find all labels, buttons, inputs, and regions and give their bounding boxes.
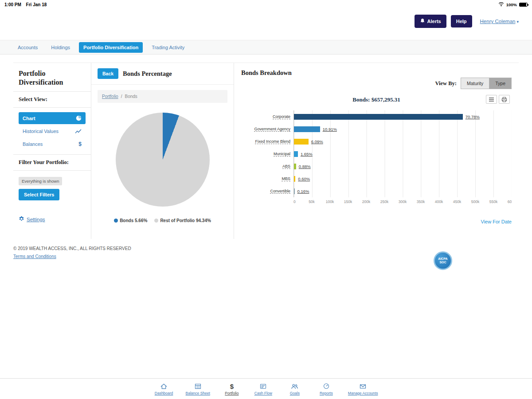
alerts-button[interactable]: Alerts — [415, 15, 446, 28]
breakdown-title: Bonds Breakdown — [241, 69, 512, 77]
bar-category-link[interactable]: Municipal — [274, 152, 290, 156]
gear-icon — [19, 215, 24, 223]
bar-category-link[interactable]: Corporate — [273, 114, 290, 119]
bottom-nav-label: Reports — [320, 391, 333, 395]
bottom-nav-manage-accounts[interactable]: Manage Accounts — [348, 383, 378, 395]
view-item-balances[interactable]: Balances$ — [19, 138, 86, 150]
bar-segment-convertible[interactable] — [294, 188, 295, 194]
legend-item-bonds[interactable]: Bonds 5.66% — [114, 218, 147, 223]
bar-value-label[interactable]: 10.91% — [323, 127, 337, 132]
tab-trading-activity[interactable]: Trading Activity — [147, 42, 189, 53]
status-left: 1:00 PM Fri Jan 18 — [4, 2, 50, 7]
dollar-icon: $ — [78, 141, 82, 147]
header-actions: Alerts Help Henry Coleman▾ — [415, 15, 519, 28]
bottom-nav-balance-sheet[interactable]: Balance Sheet — [186, 383, 210, 395]
select-filters-button[interactable]: Select Filters — [19, 189, 59, 200]
settings-link[interactable]: Settings — [27, 217, 45, 222]
bar-value-label[interactable]: 0.16% — [297, 189, 309, 194]
home-icon — [160, 383, 168, 390]
bottom-nav-cash-flow[interactable]: Cash Flow — [254, 383, 273, 395]
pie-panel-title: Bonds Percentage — [123, 70, 172, 78]
bottom-nav-label: Balance Sheet — [186, 391, 210, 395]
tab-accounts[interactable]: Accounts — [13, 42, 42, 53]
tab-holdings[interactable]: Holdings — [47, 42, 74, 53]
sidebar: Portfolio Diversification Select View: C… — [13, 63, 91, 239]
x-axis-tick: 150k — [344, 200, 352, 204]
chart-menu-icon[interactable] — [486, 95, 497, 104]
status-date: Fri Jan 18 — [26, 2, 47, 7]
bar-value-label[interactable]: 70.78% — [466, 114, 480, 119]
user-menu[interactable]: Henry Coleman▾ — [480, 19, 519, 24]
view-by-maturity[interactable]: Maturity — [461, 78, 489, 89]
view-item-historical-values[interactable]: Historical Values — [19, 125, 86, 137]
bar-category-label-government-agency: Government Agency — [241, 123, 293, 135]
x-axis-tick: 250k — [380, 200, 388, 204]
view-by-label: View By: — [435, 80, 457, 87]
bar-category-labels: CorporateGovernment AgencyFixed Income B… — [241, 110, 293, 206]
help-button[interactable]: Help — [451, 15, 472, 27]
bottom-nav-dashboard[interactable]: Dashboard — [154, 383, 174, 395]
bar-value-label[interactable]: 0.60% — [298, 176, 310, 181]
x-axis-tick: 0 — [293, 200, 296, 204]
bar-category-link[interactable]: Government Agency — [254, 127, 290, 132]
bar-value-label[interactable]: 1.65% — [301, 152, 313, 156]
battery-percent: 100% — [506, 2, 517, 7]
gauge-icon — [323, 383, 329, 390]
bar-segment-abs[interactable] — [294, 164, 296, 169]
bottom-nav-portfolio[interactable]: $Portfolio — [222, 383, 242, 395]
legend-item-rest-of-portfolio[interactable]: Rest of Portfolio 94.34% — [154, 218, 211, 223]
bar-category-label-abs: ABS — [241, 160, 293, 172]
bottom-nav-reports[interactable]: Reports — [317, 383, 336, 395]
settings-row: Settings — [19, 215, 86, 223]
bar-value-label[interactable]: 6.09% — [311, 139, 323, 144]
pie-icon — [76, 115, 82, 121]
bottom-nav-goals[interactable]: Goals — [285, 383, 305, 395]
breadcrumb-portfolio-link[interactable]: Portfolio — [102, 94, 118, 99]
pie-legend: Bonds 5.66%Rest of Portfolio 94.34% — [98, 218, 227, 223]
bar-category-link[interactable]: Convertible — [270, 189, 290, 194]
terms-link[interactable]: Terms and Conditions — [13, 254, 56, 259]
bonds-pie[interactable] — [116, 113, 210, 207]
table-icon — [195, 383, 201, 390]
view-by-type[interactable]: Type — [489, 78, 512, 89]
bar-segment-government-agency[interactable] — [294, 126, 320, 132]
x-axis-tick: 200k — [362, 200, 370, 204]
x-axis-tick: 50k — [309, 200, 315, 204]
pie-panel-header: Back Bonds Percentage — [98, 68, 227, 79]
bar-category-link[interactable]: Fixed Income Blend — [255, 139, 290, 144]
back-button[interactable]: Back — [98, 68, 118, 79]
chart-print-icon[interactable] — [499, 95, 510, 104]
page-footer: © 2019 WEALTH ACCESS, INC., ALL RIGHTS R… — [13, 246, 519, 259]
view-item-chart[interactable]: Chart — [19, 112, 86, 124]
bottom-nav-label: Goals — [290, 391, 300, 395]
bottom-nav-label: Cash Flow — [254, 391, 272, 395]
x-axis-tick: 500k — [471, 200, 479, 204]
bar-row: 10.91% — [294, 123, 512, 135]
bar-category-label-mbs: MBS — [241, 172, 293, 185]
card-icon — [260, 383, 266, 390]
divider — [13, 91, 91, 92]
bar-category-link[interactable]: MBS — [282, 176, 290, 181]
bar-segment-fixed-income-blend[interactable] — [294, 139, 309, 145]
bar-value-label[interactable]: 0.88% — [299, 164, 311, 169]
status-bar: 1:00 PM Fri Jan 18 100% — [0, 0, 532, 8]
bar-category-link[interactable]: ABS — [282, 164, 290, 169]
bell-icon — [420, 18, 425, 24]
x-axis-tick: 100k — [326, 200, 334, 204]
divider — [13, 107, 91, 108]
bar-segment-corporate[interactable] — [294, 114, 463, 120]
battery-icon — [519, 3, 528, 7]
select-view-heading: Select View: — [19, 96, 86, 103]
x-axis-tick: 600k — [508, 200, 512, 204]
x-axis-tick: 350k — [417, 200, 425, 204]
bottom-nav-label: Dashboard — [155, 391, 173, 395]
user-name: Henry Coleman — [480, 19, 516, 24]
view-by-row: View By: MaturityType — [241, 78, 512, 89]
tab-portfolio-diversification[interactable]: Portfolio Diversification — [79, 42, 143, 53]
divider — [91, 84, 234, 85]
view-for-date-link[interactable]: View For Date — [481, 219, 512, 224]
bar-segment-municipal[interactable] — [294, 151, 298, 157]
breadcrumb-separator: / — [121, 94, 122, 99]
bar-category-label-convertible: Convertible — [241, 185, 293, 197]
bar-segment-mbs[interactable] — [294, 176, 295, 182]
